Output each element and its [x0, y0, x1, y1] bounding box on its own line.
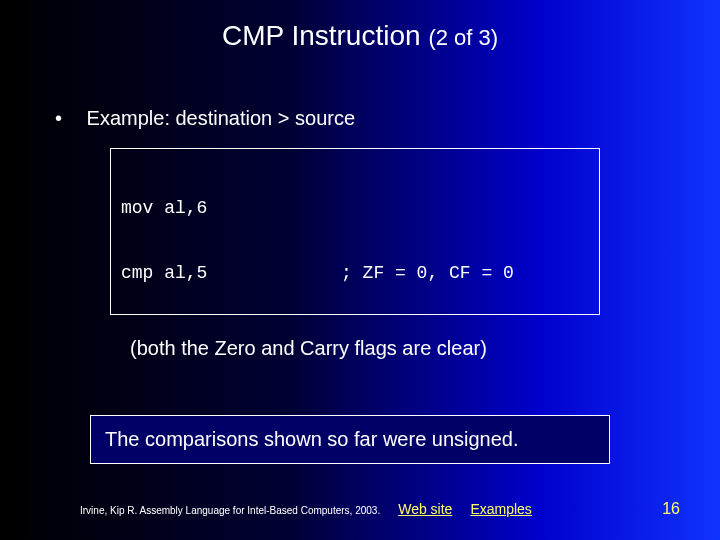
title-sub: (2 of 3) [428, 25, 498, 50]
bullet-line: • Example: destination > source [55, 107, 720, 130]
note-text: (both the Zero and Carry flags are clear… [130, 337, 720, 360]
code-instr-1: mov al,6 [121, 198, 341, 220]
callout-text: The comparisons shown so far were unsign… [105, 428, 519, 450]
page-number: 16 [662, 500, 680, 518]
title-main: CMP Instruction [222, 20, 421, 51]
website-link[interactable]: Web site [398, 501, 452, 517]
footer: Irvine, Kip R. Assembly Language for Int… [0, 500, 720, 518]
callout-box: The comparisons shown so far were unsign… [90, 415, 610, 464]
examples-link[interactable]: Examples [470, 501, 531, 517]
slide-title: CMP Instruction (2 of 3) [0, 0, 720, 52]
code-line-1: mov al,6 [121, 198, 589, 220]
bullet-marker: • [55, 107, 81, 130]
code-line-2: cmp al,5 ; ZF = 0, CF = 0 [121, 263, 589, 285]
citation-text: Irvine, Kip R. Assembly Language for Int… [80, 505, 380, 516]
code-box: mov al,6 cmp al,5 ; ZF = 0, CF = 0 [110, 148, 600, 315]
code-comment: ; ZF = 0, CF = 0 [341, 263, 514, 285]
bullet-text: Example: destination > source [87, 107, 356, 129]
code-instr-2: cmp al,5 [121, 263, 341, 285]
